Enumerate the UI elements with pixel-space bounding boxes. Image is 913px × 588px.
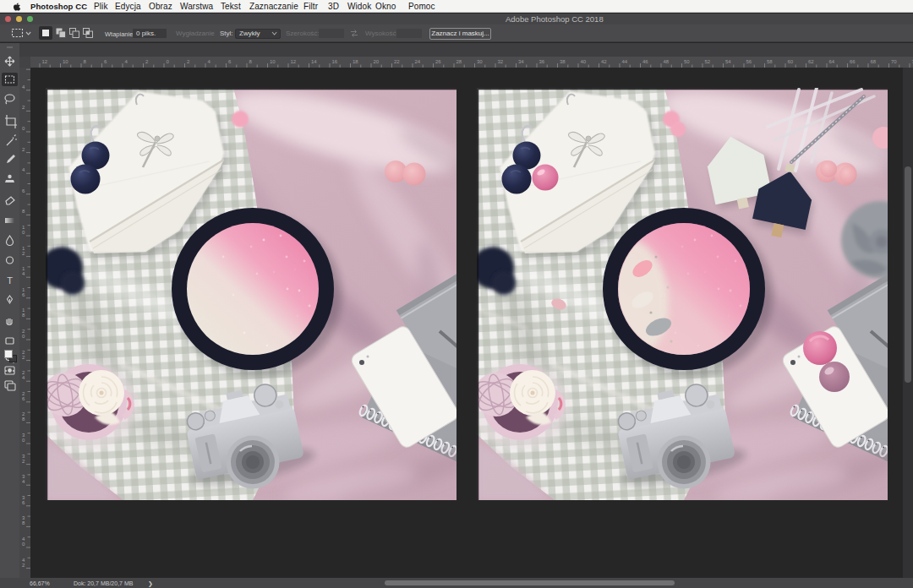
svg-text:54: 54 (725, 59, 731, 64)
svg-text:22: 22 (394, 59, 400, 64)
svg-text:28: 28 (456, 59, 462, 64)
svg-text:26: 26 (435, 59, 441, 64)
svg-text:52: 52 (705, 59, 711, 64)
svg-text:64: 64 (829, 59, 835, 64)
svg-text:14: 14 (311, 59, 317, 64)
svg-text:40: 40 (581, 59, 587, 64)
svg-text:56: 56 (746, 59, 752, 64)
svg-text:44: 44 (622, 59, 628, 64)
svg-text:32: 32 (498, 59, 504, 64)
svg-text:68: 68 (871, 59, 877, 64)
svg-text:10: 10 (63, 59, 68, 64)
svg-text:18: 18 (353, 59, 358, 64)
svg-text:38: 38 (560, 59, 566, 64)
svg-text:58: 58 (767, 59, 773, 64)
svg-text:10: 10 (270, 59, 276, 64)
svg-text:20: 20 (374, 59, 380, 64)
svg-text:30: 30 (477, 59, 483, 64)
svg-text:48: 48 (664, 59, 670, 64)
svg-text:16: 16 (332, 59, 338, 64)
svg-text:42: 42 (601, 59, 607, 64)
svg-text:34: 34 (518, 59, 524, 64)
svg-text:46: 46 (642, 59, 648, 64)
svg-text:12: 12 (291, 59, 297, 64)
svg-text:24: 24 (415, 59, 421, 64)
svg-text:12: 12 (42, 59, 48, 64)
svg-text:66: 66 (850, 59, 856, 64)
svg-text:T: T (7, 275, 13, 286)
svg-text:62: 62 (808, 59, 814, 64)
svg-text:60: 60 (788, 59, 794, 64)
svg-text:50: 50 (684, 59, 690, 64)
svg-text:70: 70 (891, 59, 897, 64)
svg-text:36: 36 (539, 59, 545, 64)
